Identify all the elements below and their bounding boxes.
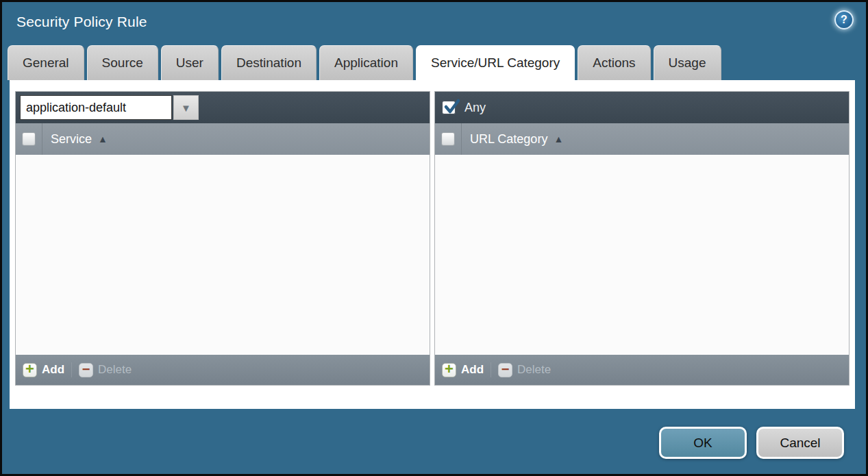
service-select-all-cell — [16, 123, 42, 155]
delete-label: Delete — [517, 363, 551, 377]
any-checkbox[interactable] — [442, 101, 456, 114]
sort-asc-icon[interactable]: ▲ — [554, 134, 563, 144]
sort-asc-icon[interactable]: ▲ — [98, 134, 108, 144]
service-type-value: application-default — [26, 101, 126, 115]
tab-user[interactable]: User — [161, 45, 219, 80]
footer-separator — [71, 362, 72, 377]
check-icon — [443, 98, 461, 116]
service-column-header: Service ▲ — [16, 123, 430, 155]
service-panel: application-default ▼ Service ▲ + — [15, 91, 430, 386]
url-category-select-all-cell — [435, 123, 462, 155]
dialog-actions: OK Cancel — [659, 427, 844, 459]
url-category-add-button[interactable]: + Add — [442, 363, 484, 377]
add-plus-icon: + — [442, 363, 456, 377]
tab-service-url-category[interactable]: Service/URL Category — [416, 45, 575, 80]
tab-general[interactable]: General — [8, 45, 84, 80]
tab-label: Service/URL Category — [431, 55, 560, 71]
chevron-down-icon: ▼ — [181, 102, 191, 114]
add-label: Add — [461, 363, 484, 377]
tab-label: User — [176, 55, 203, 71]
tab-usage[interactable]: Usage — [654, 45, 721, 80]
service-toolbar: application-default ▼ — [16, 92, 430, 123]
url-category-footer: + Add − Delete — [435, 355, 849, 385]
service-type-select[interactable]: application-default — [20, 95, 172, 120]
tab-bar: General Source User Destination Applicat… — [2, 45, 866, 80]
tab-label: Usage — [669, 55, 706, 71]
cancel-button[interactable]: Cancel — [756, 427, 844, 459]
tab-label: Destination — [236, 55, 301, 71]
service-column-label[interactable]: Service — [51, 132, 92, 147]
service-list — [16, 155, 430, 355]
tab-label: Source — [102, 55, 143, 71]
delete-minus-icon: − — [79, 363, 93, 377]
tab-source[interactable]: Source — [87, 45, 158, 80]
url-category-delete-button[interactable]: − Delete — [498, 363, 551, 377]
security-policy-rule-dialog: Security Policy Rule ? General Source Us… — [0, 0, 868, 476]
service-select-all-checkbox[interactable] — [22, 132, 36, 146]
footer-separator — [491, 362, 491, 377]
url-category-panel: Any URL Category ▲ + Add − — [434, 91, 850, 386]
any-label: Any — [464, 101, 486, 115]
add-plus-icon: + — [23, 363, 37, 377]
service-add-button[interactable]: + Add — [23, 363, 64, 377]
delete-label: Delete — [98, 363, 132, 377]
ok-button[interactable]: OK — [659, 427, 747, 459]
tab-actions[interactable]: Actions — [578, 45, 650, 80]
service-type-dropdown-button[interactable]: ▼ — [173, 95, 199, 120]
tab-label: Application — [334, 55, 398, 71]
url-category-column-header: URL Category ▲ — [435, 123, 849, 155]
tab-content: application-default ▼ Service ▲ + — [10, 80, 855, 409]
dialog-title: Security Policy Rule — [16, 14, 147, 30]
add-label: Add — [42, 363, 64, 377]
service-delete-button[interactable]: − Delete — [79, 363, 132, 377]
url-category-list — [435, 155, 849, 355]
titlebar: Security Policy Rule ? — [2, 2, 866, 45]
url-category-column-label[interactable]: URL Category — [470, 132, 547, 147]
url-category-select-all-checkbox[interactable] — [441, 132, 455, 146]
delete-minus-icon: − — [498, 363, 512, 377]
tab-application[interactable]: Application — [319, 45, 413, 80]
tab-label: Actions — [593, 55, 635, 71]
question-mark-glyph: ? — [841, 14, 847, 26]
tab-destination[interactable]: Destination — [221, 45, 317, 80]
url-category-toolbar: Any — [435, 92, 849, 123]
help-icon[interactable]: ? — [834, 10, 854, 29]
tab-label: General — [23, 55, 69, 71]
service-footer: + Add − Delete — [16, 355, 430, 385]
